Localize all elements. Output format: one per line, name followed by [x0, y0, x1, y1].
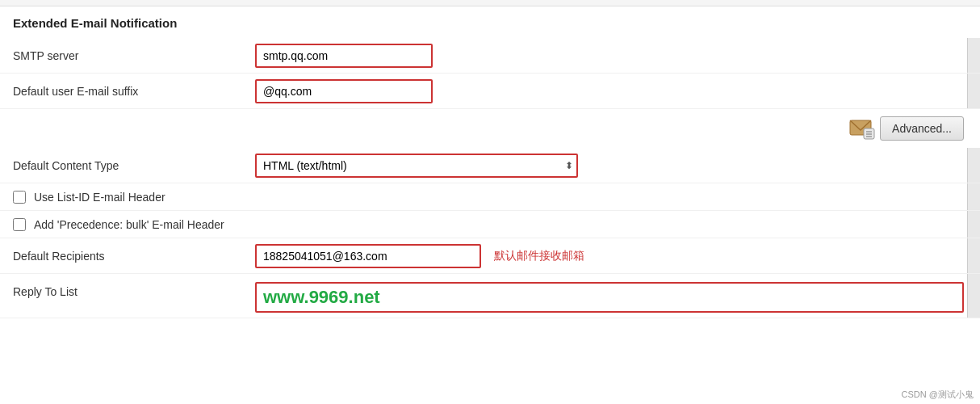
reply-to-input-wrapper: www.9969.net — [255, 282, 964, 313]
reply-to-row: Reply To List www.9969.net — [0, 274, 980, 318]
row-stripe — [967, 238, 980, 273]
advanced-button[interactable]: Advanced... — [880, 116, 964, 141]
content-type-select-wrapper: HTML (text/html) Plain Text (text/plain)… — [255, 154, 578, 178]
row-stripe — [967, 274, 980, 318]
content-type-row: Default Content Type HTML (text/html) Pl… — [0, 148, 980, 183]
email-suffix-label: Default user E-mail suffix — [13, 85, 255, 98]
page-wrapper: Extended E-mail Notification SMTP server… — [0, 0, 980, 404]
recipients-input[interactable] — [255, 244, 481, 268]
row-stripe — [967, 183, 980, 210]
smtp-server-input[interactable] — [255, 44, 433, 68]
smtp-server-row: SMTP server — [0, 38, 980, 74]
list-id-label: Use List-ID E-mail Header — [34, 191, 165, 204]
recipients-label: Default Recipients — [13, 250, 255, 263]
content-type-label: Default Content Type — [13, 159, 255, 172]
top-bar — [0, 0, 980, 6]
email-suffix-row: Default user E-mail suffix — [0, 74, 980, 109]
row-stripe — [967, 74, 980, 108]
precedence-checkbox[interactable] — [13, 218, 26, 231]
reply-to-watermark: www.9969.net — [263, 287, 380, 308]
email-suffix-input[interactable] — [255, 79, 433, 103]
advanced-row: Advanced... — [0, 109, 980, 148]
list-id-checkbox[interactable] — [13, 191, 26, 204]
smtp-server-label: SMTP server — [13, 49, 255, 62]
precedence-label: Add 'Precedence: bulk' E-mail Header — [34, 218, 224, 231]
row-stripe — [967, 38, 980, 73]
csdn-watermark: CSDN @测试小鬼 — [902, 389, 974, 401]
content-type-select[interactable]: HTML (text/html) Plain Text (text/plain) — [255, 154, 578, 178]
reply-to-label: Reply To List — [13, 282, 255, 298]
recipients-row: Default Recipients 默认邮件接收邮箱 — [0, 238, 980, 274]
advanced-icon — [848, 116, 877, 141]
precedence-row: Add 'Precedence: bulk' E-mail Header — [0, 211, 980, 238]
row-stripe — [967, 148, 980, 183]
section-title: Extended E-mail Notification — [0, 6, 980, 38]
envelope-icon — [849, 117, 875, 140]
row-stripe — [967, 211, 980, 238]
list-id-row: Use List-ID E-mail Header — [0, 183, 980, 211]
recipients-annotation: 默认邮件接收邮箱 — [494, 249, 584, 263]
